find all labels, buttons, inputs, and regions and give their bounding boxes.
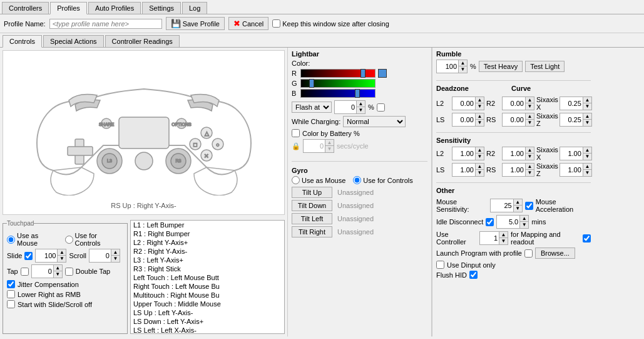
tab-log[interactable]: Log — [182, 2, 207, 14]
lower-right-checkbox[interactable] — [7, 290, 15, 298]
rumble-input[interactable]: 100 — [437, 60, 458, 73]
flash-up[interactable]: ▲ — [356, 101, 365, 107]
slide-input[interactable]: 100 — [36, 249, 57, 262]
launch-checkbox[interactable] — [524, 249, 533, 258]
list-item[interactable]: Left Touch : Left Mouse Butt — [131, 273, 284, 282]
scroll-label: Scroll — [69, 252, 86, 259]
rumble-down[interactable]: ▼ — [458, 66, 467, 73]
slide-up[interactable]: ▲ — [57, 249, 66, 256]
double-tap-checkbox[interactable] — [65, 268, 73, 276]
tab-special-actions[interactable]: Special Actions — [43, 35, 104, 47]
list-item[interactable]: R3 : Right Stick — [131, 264, 284, 273]
sens-rs-input[interactable] — [503, 164, 525, 176]
b-slider[interactable] — [300, 89, 376, 98]
tap-up[interactable]: ▲ — [53, 265, 62, 271]
dz-rs-input[interactable] — [503, 113, 525, 126]
slide-down[interactable]: ▼ — [57, 256, 66, 262]
charging-select[interactable]: Normal Rainbow None — [343, 116, 406, 127]
sens-r2-input[interactable] — [503, 147, 525, 160]
gyro-controls-radio[interactable] — [353, 176, 361, 184]
list-item[interactable]: Multitouch : Right Mouse Bu — [131, 291, 284, 300]
test-light-button[interactable]: Test Light — [525, 61, 565, 72]
list-item[interactable]: Right Touch : Left Mouse Bu — [131, 282, 284, 291]
svg-text:△: △ — [204, 130, 208, 137]
slide-checkbox[interactable] — [24, 252, 33, 260]
tab-controls[interactable]: Controls — [3, 35, 42, 48]
dz-l2-input[interactable] — [452, 97, 475, 110]
tilt-down-button[interactable]: Tilt Down — [292, 200, 332, 211]
use-dinput-checkbox[interactable] — [436, 261, 444, 269]
list-item[interactable]: R2 : Right Y-Axis- — [131, 247, 284, 256]
use-controller-input[interactable] — [480, 232, 499, 244]
test-heavy-button[interactable]: Test Heavy — [479, 61, 523, 72]
tab-controllers[interactable]: Controllers — [2, 2, 49, 14]
tilt-up-button[interactable]: Tilt Up — [292, 187, 332, 198]
touchpad-mouse-radio[interactable] — [7, 236, 15, 244]
profile-name-input[interactable] — [49, 19, 162, 29]
list-item[interactable]: LS Down : Left Y-Axis+ — [131, 317, 284, 326]
tilt-right-button[interactable]: Tilt Right — [292, 226, 332, 237]
gyro-controls-radio-label[interactable]: Use for Controls — [353, 176, 412, 184]
mouse-sens-input[interactable] — [491, 199, 513, 212]
list-item[interactable]: Upper Touch : Middle Mouse — [131, 300, 284, 308]
dz-sixaxis-x-input[interactable] — [560, 97, 583, 110]
flash-checkbox[interactable] — [377, 103, 385, 112]
dz-ls-input[interactable] — [452, 113, 475, 126]
tap-down[interactable]: ▼ — [53, 271, 62, 278]
g-slider[interactable] — [300, 79, 376, 88]
list-item[interactable]: R1 : Right Bumper — [131, 229, 284, 238]
scroll-input[interactable]: 0 — [89, 249, 111, 262]
for-mapping-checkbox[interactable] — [583, 234, 591, 243]
tap-input[interactable]: 0 — [32, 265, 53, 278]
sens-ls-input[interactable] — [452, 164, 475, 176]
list-item[interactable]: LS Up : Left Y-Axis- — [131, 308, 284, 317]
flash-value-input[interactable] — [335, 101, 356, 113]
flash-pct-label: % — [368, 103, 374, 111]
curve-title: Curve — [511, 85, 531, 92]
keep-window-checkbox[interactable] — [272, 19, 280, 28]
sens-sixaxis-z-input[interactable] — [560, 164, 583, 176]
tap-checkbox[interactable] — [21, 268, 29, 276]
save-profile-button[interactable]: 💾 Save Profile — [166, 17, 225, 30]
sub-tab-bar: Controls Special Actions Controller Read… — [0, 33, 644, 48]
scroll-down[interactable]: ▼ — [111, 256, 120, 262]
touchpad-use-for-controls[interactable]: Use for Controls — [65, 232, 123, 247]
gyro-mouse-radio[interactable] — [292, 176, 300, 184]
tab-settings[interactable]: Settings — [142, 2, 181, 14]
deadzone-title: Deadzone — [436, 85, 469, 92]
touchpad-use-as-mouse[interactable]: Use as Mouse — [7, 232, 60, 247]
sens-sixaxis-x-input[interactable] — [560, 147, 583, 160]
flush-hid-checkbox[interactable] — [469, 271, 478, 279]
deadzone-section: Deadzone Curve L2 ▲▼ R2 ▲▼ Sixaxis X ▲▼ … — [436, 85, 591, 127]
scroll-up[interactable]: ▲ — [111, 249, 120, 256]
keep-window-label[interactable]: Keep this window size after closing — [272, 19, 389, 28]
browse-button[interactable]: Browse... — [535, 248, 575, 259]
flash-select[interactable]: Flash at — [292, 102, 332, 113]
battery-checkbox[interactable] — [292, 129, 300, 137]
tab-auto-profiles[interactable]: Auto Profiles — [88, 2, 141, 14]
list-item[interactable]: L3 : Left Y-Axis+ — [131, 256, 284, 264]
flash-down[interactable]: ▼ — [356, 107, 365, 113]
list-item[interactable]: L1 : Left Bumper — [131, 221, 284, 229]
slide-label: Slide — [7, 252, 22, 259]
jitter-checkbox[interactable] — [7, 280, 15, 288]
gyro-mouse-radio-label[interactable]: Use as Mouse — [292, 176, 345, 184]
cancel-button[interactable]: ✖ Cancel — [228, 17, 268, 30]
tab-controller-readings[interactable]: Controller Readings — [105, 35, 180, 47]
tilt-left-button[interactable]: Tilt Left — [292, 213, 332, 224]
rumble-up[interactable]: ▲ — [458, 60, 467, 66]
dz-r2-input[interactable] — [503, 97, 525, 110]
mouse-accel-checkbox[interactable] — [525, 202, 533, 210]
dz-sixaxis-z-input[interactable] — [560, 113, 583, 126]
tilt-right-assigned: Unassigned — [335, 228, 374, 236]
r-slider[interactable] — [300, 69, 376, 78]
tab-profiles[interactable]: Profiles — [50, 2, 87, 14]
start-with-checkbox[interactable] — [7, 300, 15, 308]
touchpad-controls-radio[interactable] — [65, 236, 73, 244]
list-item[interactable]: L2 : Right Y-Axis+ — [131, 238, 284, 247]
idle-disconnect-checkbox[interactable] — [486, 218, 494, 226]
sens-l2-input[interactable] — [452, 147, 475, 160]
list-item[interactable]: LS Left : Left X-Axis- — [131, 326, 284, 334]
actions-list[interactable]: L1 : Left Bumper R1 : Right Bumper L2 : … — [130, 220, 285, 334]
idle-input[interactable] — [497, 216, 519, 228]
